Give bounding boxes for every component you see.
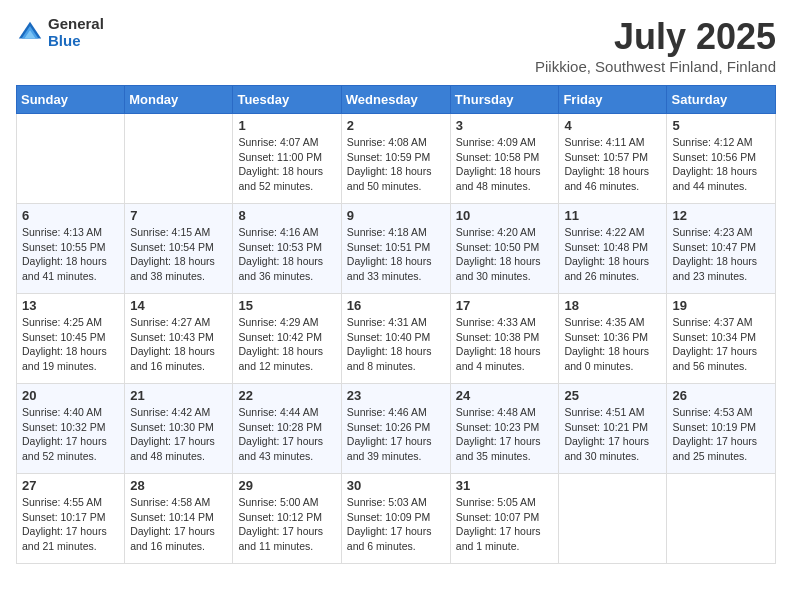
calendar-cell: 10Sunrise: 4:20 AM Sunset: 10:50 PM Dayl… bbox=[450, 204, 559, 294]
logo-blue-text: Blue bbox=[48, 33, 104, 50]
day-info: Sunrise: 4:42 AM Sunset: 10:30 PM Daylig… bbox=[130, 405, 227, 464]
calendar-header-sunday: Sunday bbox=[17, 86, 125, 114]
calendar-cell: 26Sunrise: 4:53 AM Sunset: 10:19 PM Dayl… bbox=[667, 384, 776, 474]
calendar-cell bbox=[17, 114, 125, 204]
day-number: 9 bbox=[347, 208, 445, 223]
calendar-header-row: SundayMondayTuesdayWednesdayThursdayFrid… bbox=[17, 86, 776, 114]
calendar-cell: 7Sunrise: 4:15 AM Sunset: 10:54 PM Dayli… bbox=[125, 204, 233, 294]
header: General Blue July 2025 Piikkioe, Southwe… bbox=[16, 16, 776, 75]
calendar-cell: 12Sunrise: 4:23 AM Sunset: 10:47 PM Dayl… bbox=[667, 204, 776, 294]
day-info: Sunrise: 4:20 AM Sunset: 10:50 PM Daylig… bbox=[456, 225, 554, 284]
logo: General Blue bbox=[16, 16, 104, 49]
day-info: Sunrise: 4:23 AM Sunset: 10:47 PM Daylig… bbox=[672, 225, 770, 284]
day-info: Sunrise: 4:25 AM Sunset: 10:45 PM Daylig… bbox=[22, 315, 119, 374]
location-title: Piikkioe, Southwest Finland, Finland bbox=[535, 58, 776, 75]
day-info: Sunrise: 4:09 AM Sunset: 10:58 PM Daylig… bbox=[456, 135, 554, 194]
day-info: Sunrise: 4:33 AM Sunset: 10:38 PM Daylig… bbox=[456, 315, 554, 374]
day-number: 13 bbox=[22, 298, 119, 313]
day-info: Sunrise: 4:22 AM Sunset: 10:48 PM Daylig… bbox=[564, 225, 661, 284]
day-number: 19 bbox=[672, 298, 770, 313]
calendar-cell: 16Sunrise: 4:31 AM Sunset: 10:40 PM Dayl… bbox=[341, 294, 450, 384]
calendar-cell: 27Sunrise: 4:55 AM Sunset: 10:17 PM Dayl… bbox=[17, 474, 125, 564]
month-title: July 2025 bbox=[535, 16, 776, 58]
day-number: 25 bbox=[564, 388, 661, 403]
calendar-cell: 14Sunrise: 4:27 AM Sunset: 10:43 PM Dayl… bbox=[125, 294, 233, 384]
day-info: Sunrise: 4:37 AM Sunset: 10:34 PM Daylig… bbox=[672, 315, 770, 374]
calendar-cell: 4Sunrise: 4:11 AM Sunset: 10:57 PM Dayli… bbox=[559, 114, 667, 204]
day-info: Sunrise: 4:12 AM Sunset: 10:56 PM Daylig… bbox=[672, 135, 770, 194]
day-number: 10 bbox=[456, 208, 554, 223]
calendar-cell: 25Sunrise: 4:51 AM Sunset: 10:21 PM Dayl… bbox=[559, 384, 667, 474]
calendar-week-row: 27Sunrise: 4:55 AM Sunset: 10:17 PM Dayl… bbox=[17, 474, 776, 564]
calendar-header-wednesday: Wednesday bbox=[341, 86, 450, 114]
day-info: Sunrise: 4:13 AM Sunset: 10:55 PM Daylig… bbox=[22, 225, 119, 284]
logo-icon bbox=[16, 19, 44, 47]
calendar-week-row: 13Sunrise: 4:25 AM Sunset: 10:45 PM Dayl… bbox=[17, 294, 776, 384]
calendar-cell: 30Sunrise: 5:03 AM Sunset: 10:09 PM Dayl… bbox=[341, 474, 450, 564]
calendar-cell: 17Sunrise: 4:33 AM Sunset: 10:38 PM Dayl… bbox=[450, 294, 559, 384]
day-number: 18 bbox=[564, 298, 661, 313]
title-area: July 2025 Piikkioe, Southwest Finland, F… bbox=[535, 16, 776, 75]
calendar-cell: 22Sunrise: 4:44 AM Sunset: 10:28 PM Dayl… bbox=[233, 384, 341, 474]
logo-text: General Blue bbox=[48, 16, 104, 49]
day-number: 26 bbox=[672, 388, 770, 403]
calendar-cell: 21Sunrise: 4:42 AM Sunset: 10:30 PM Dayl… bbox=[125, 384, 233, 474]
calendar-cell: 18Sunrise: 4:35 AM Sunset: 10:36 PM Dayl… bbox=[559, 294, 667, 384]
day-info: Sunrise: 4:11 AM Sunset: 10:57 PM Daylig… bbox=[564, 135, 661, 194]
day-number: 7 bbox=[130, 208, 227, 223]
calendar-cell: 5Sunrise: 4:12 AM Sunset: 10:56 PM Dayli… bbox=[667, 114, 776, 204]
day-number: 2 bbox=[347, 118, 445, 133]
day-number: 8 bbox=[238, 208, 335, 223]
day-number: 14 bbox=[130, 298, 227, 313]
day-number: 30 bbox=[347, 478, 445, 493]
calendar: SundayMondayTuesdayWednesdayThursdayFrid… bbox=[16, 85, 776, 564]
calendar-cell: 13Sunrise: 4:25 AM Sunset: 10:45 PM Dayl… bbox=[17, 294, 125, 384]
day-number: 21 bbox=[130, 388, 227, 403]
calendar-cell: 6Sunrise: 4:13 AM Sunset: 10:55 PM Dayli… bbox=[17, 204, 125, 294]
calendar-header-tuesday: Tuesday bbox=[233, 86, 341, 114]
day-info: Sunrise: 4:29 AM Sunset: 10:42 PM Daylig… bbox=[238, 315, 335, 374]
calendar-cell: 3Sunrise: 4:09 AM Sunset: 10:58 PM Dayli… bbox=[450, 114, 559, 204]
day-info: Sunrise: 4:44 AM Sunset: 10:28 PM Daylig… bbox=[238, 405, 335, 464]
calendar-cell bbox=[125, 114, 233, 204]
day-info: Sunrise: 4:53 AM Sunset: 10:19 PM Daylig… bbox=[672, 405, 770, 464]
day-info: Sunrise: 4:55 AM Sunset: 10:17 PM Daylig… bbox=[22, 495, 119, 554]
day-number: 23 bbox=[347, 388, 445, 403]
calendar-header-thursday: Thursday bbox=[450, 86, 559, 114]
day-info: Sunrise: 4:18 AM Sunset: 10:51 PM Daylig… bbox=[347, 225, 445, 284]
day-info: Sunrise: 4:58 AM Sunset: 10:14 PM Daylig… bbox=[130, 495, 227, 554]
calendar-cell: 11Sunrise: 4:22 AM Sunset: 10:48 PM Dayl… bbox=[559, 204, 667, 294]
day-info: Sunrise: 4:46 AM Sunset: 10:26 PM Daylig… bbox=[347, 405, 445, 464]
calendar-cell: 28Sunrise: 4:58 AM Sunset: 10:14 PM Dayl… bbox=[125, 474, 233, 564]
day-info: Sunrise: 5:05 AM Sunset: 10:07 PM Daylig… bbox=[456, 495, 554, 554]
day-number: 31 bbox=[456, 478, 554, 493]
day-info: Sunrise: 4:35 AM Sunset: 10:36 PM Daylig… bbox=[564, 315, 661, 374]
day-number: 28 bbox=[130, 478, 227, 493]
day-info: Sunrise: 4:07 AM Sunset: 11:00 PM Daylig… bbox=[238, 135, 335, 194]
day-number: 16 bbox=[347, 298, 445, 313]
day-number: 12 bbox=[672, 208, 770, 223]
day-number: 24 bbox=[456, 388, 554, 403]
calendar-cell bbox=[559, 474, 667, 564]
day-number: 3 bbox=[456, 118, 554, 133]
calendar-cell: 8Sunrise: 4:16 AM Sunset: 10:53 PM Dayli… bbox=[233, 204, 341, 294]
day-info: Sunrise: 4:16 AM Sunset: 10:53 PM Daylig… bbox=[238, 225, 335, 284]
day-number: 20 bbox=[22, 388, 119, 403]
calendar-cell: 1Sunrise: 4:07 AM Sunset: 11:00 PM Dayli… bbox=[233, 114, 341, 204]
calendar-cell bbox=[667, 474, 776, 564]
day-number: 22 bbox=[238, 388, 335, 403]
day-number: 15 bbox=[238, 298, 335, 313]
calendar-week-row: 1Sunrise: 4:07 AM Sunset: 11:00 PM Dayli… bbox=[17, 114, 776, 204]
day-number: 17 bbox=[456, 298, 554, 313]
day-info: Sunrise: 4:40 AM Sunset: 10:32 PM Daylig… bbox=[22, 405, 119, 464]
day-number: 11 bbox=[564, 208, 661, 223]
calendar-cell: 2Sunrise: 4:08 AM Sunset: 10:59 PM Dayli… bbox=[341, 114, 450, 204]
day-info: Sunrise: 4:48 AM Sunset: 10:23 PM Daylig… bbox=[456, 405, 554, 464]
day-number: 4 bbox=[564, 118, 661, 133]
day-info: Sunrise: 4:31 AM Sunset: 10:40 PM Daylig… bbox=[347, 315, 445, 374]
logo-general-text: General bbox=[48, 16, 104, 33]
calendar-cell: 29Sunrise: 5:00 AM Sunset: 10:12 PM Dayl… bbox=[233, 474, 341, 564]
calendar-header-monday: Monday bbox=[125, 86, 233, 114]
day-info: Sunrise: 4:51 AM Sunset: 10:21 PM Daylig… bbox=[564, 405, 661, 464]
calendar-cell: 20Sunrise: 4:40 AM Sunset: 10:32 PM Dayl… bbox=[17, 384, 125, 474]
